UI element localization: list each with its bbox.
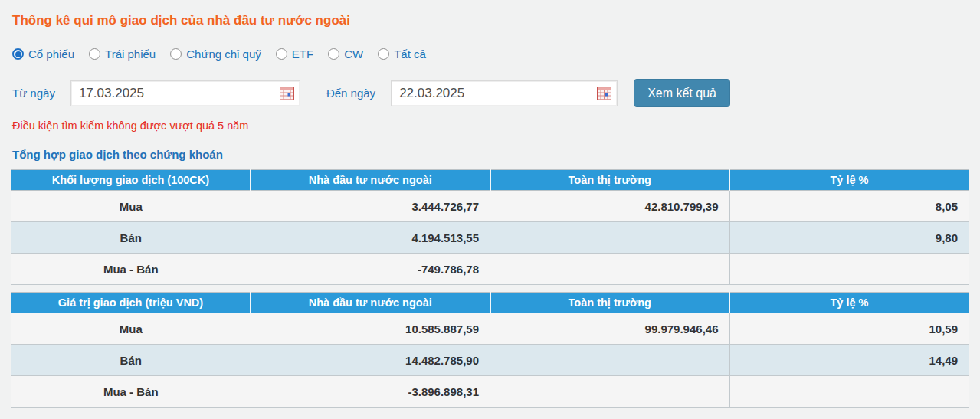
radio-etf[interactable]: ETF: [276, 47, 313, 61]
foreign-value: -3.896.898,31: [251, 376, 490, 408]
radio-selected-icon[interactable]: [12, 48, 24, 60]
table-row: Bán 14.482.785,90 14,49: [11, 345, 969, 376]
table-row: Mua 3.444.726,77 42.810.799,39 8,05: [11, 191, 969, 222]
from-date-box: [70, 80, 300, 106]
foreign-investor-stats-page: Thống kê qui mô giao dịch của nhà đầu tư…: [0, 0, 980, 408]
radio-label: Tất cả: [394, 47, 426, 61]
row-label: Mua - Bán: [11, 376, 251, 408]
radio-unselected-icon[interactable]: [276, 48, 287, 60]
radio-cw[interactable]: CW: [328, 47, 363, 61]
row-label: Mua: [11, 313, 251, 345]
to-date-input[interactable]: [392, 81, 617, 106]
radio-label: CW: [344, 47, 363, 61]
foreign-value: 14.482.785,90: [251, 345, 490, 376]
ratio-value: 8,05: [729, 191, 969, 222]
market-value: [490, 254, 730, 285]
radio-label: Chứng chỉ quỹ: [186, 47, 261, 61]
row-label: Bán: [11, 222, 251, 254]
foreign-value: 4.194.513,55: [251, 222, 490, 254]
page-title: Thống kê qui mô giao dịch của nhà đầu tư…: [11, 13, 969, 28]
from-date-label: Từ ngày: [12, 87, 55, 100]
market-value: [490, 345, 730, 376]
radio-unselected-icon[interactable]: [89, 48, 100, 60]
col-header-market: Toàn thị trường: [490, 293, 730, 313]
from-date-input[interactable]: [71, 81, 300, 106]
security-type-radio-group: Cổ phiếu Trái phiếu Chứng chỉ quỹ ETF CW…: [11, 47, 969, 61]
to-date-box: [391, 80, 618, 106]
table-header-row: Giá trị giao dịch (triệu VND) Nhà đầu tư…: [11, 293, 969, 313]
market-value: 99.979.946,46: [490, 313, 730, 345]
ratio-value: [729, 376, 969, 408]
market-value: 42.810.799,39: [490, 191, 730, 222]
col-header-ratio: Tỷ lệ %: [729, 293, 969, 313]
calendar-icon[interactable]: [597, 87, 611, 100]
col-header-volume: Khối lượng giao dịch (100CK): [11, 170, 251, 191]
ratio-value: 10,59: [729, 313, 969, 345]
table-row: Bán 4.194.513,55 9,80: [11, 222, 969, 254]
table-row: Mua 10.585.887,59 99.979.946,46 10,59: [11, 313, 969, 345]
radio-label: ETF: [292, 47, 313, 61]
radio-unselected-icon[interactable]: [378, 48, 389, 60]
row-label: Mua: [11, 191, 251, 222]
market-value: [490, 222, 730, 254]
calendar-icon[interactable]: [280, 87, 294, 100]
ratio-value: [729, 254, 969, 285]
section-title: Tổng hợp giao dịch theo chứng khoán: [11, 148, 969, 161]
volume-table: Khối lượng giao dịch (100CK) Nhà đầu tư …: [11, 169, 969, 285]
value-table: Giá trị giao dịch (triệu VND) Nhà đầu tư…: [11, 292, 969, 408]
radio-chung-chi-quy[interactable]: Chứng chỉ quỹ: [170, 47, 261, 61]
radio-trai-phieu[interactable]: Trái phiếu: [89, 47, 156, 61]
ratio-value: 9,80: [729, 222, 969, 254]
search-condition-warning: Điều kiện tìm kiếm không được vượt quá 5…: [11, 119, 969, 132]
row-label: Mua - Bán: [11, 254, 251, 285]
view-results-button[interactable]: Xem kết quả: [634, 79, 730, 107]
col-header-foreign: Nhà đầu tư nước ngoài: [251, 170, 490, 191]
radio-label: Trái phiếu: [105, 47, 156, 61]
radio-unselected-icon[interactable]: [170, 48, 182, 60]
foreign-value: 3.444.726,77: [251, 191, 490, 222]
radio-label: Cổ phiếu: [28, 47, 74, 61]
radio-tat-ca[interactable]: Tất cả: [378, 47, 426, 61]
radio-unselected-icon[interactable]: [328, 48, 339, 60]
foreign-value: -749.786,78: [251, 254, 490, 285]
col-header-foreign: Nhà đầu tư nước ngoài: [251, 293, 490, 313]
radio-co-phieu[interactable]: Cổ phiếu: [12, 47, 74, 61]
col-header-market: Toàn thị trường: [490, 170, 730, 191]
col-header-ratio: Tỷ lệ %: [729, 170, 969, 191]
table-row: Mua - Bán -749.786,78: [11, 254, 969, 285]
date-range-form: Từ ngày Đến ngày: [11, 79, 969, 107]
market-value: [490, 376, 730, 408]
table-row: Mua - Bán -3.896.898,31: [11, 376, 969, 408]
table-header-row: Khối lượng giao dịch (100CK) Nhà đầu tư …: [11, 170, 969, 191]
col-header-value: Giá trị giao dịch (triệu VND): [11, 293, 251, 313]
to-date-label: Đến ngày: [326, 87, 375, 100]
foreign-value: 10.585.887,59: [251, 313, 490, 345]
ratio-value: 14,49: [729, 345, 969, 376]
row-label: Bán: [11, 345, 251, 376]
